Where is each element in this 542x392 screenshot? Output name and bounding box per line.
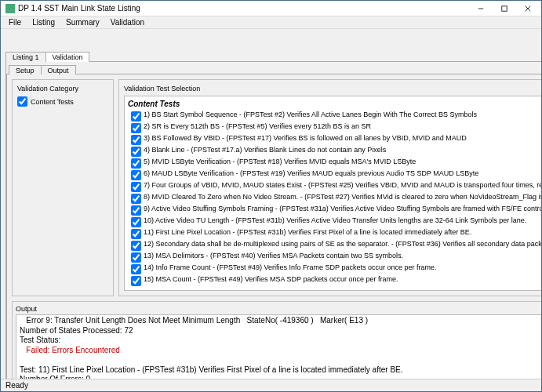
validation-test-selection-group: Validation Test Selection Content Tests …: [118, 79, 541, 296]
test-item-label: 1) BS Start Symbol Sequence - (FPSTest #…: [144, 111, 477, 118]
sub-tabs: Setup Output: [6, 62, 541, 74]
test-item-checkbox[interactable]: [131, 182, 141, 192]
test-item: 9) Active Video Stuffing Symbols Framing…: [128, 205, 541, 216]
menu-validation[interactable]: Validation: [106, 17, 149, 27]
test-item-checkbox[interactable]: [131, 217, 141, 227]
test-item: 14) Info Frame Count - (FPSTest #49) Ver…: [128, 263, 541, 275]
main-tabs: Listing 1 Validation: [5, 51, 541, 61]
status-bar: Ready: [1, 379, 541, 391]
output-line: [20, 355, 541, 365]
test-item-label: 11) First Line Pixel Location - (FPSTest…: [144, 228, 471, 236]
test-item: 15) MSA Count - (FPSTest #49) Verifies M…: [128, 275, 541, 287]
test-item-label: 9) Active Video Stuffing Symbols Framing…: [144, 205, 541, 212]
test-item-checkbox[interactable]: [131, 147, 141, 157]
menu-listing[interactable]: Listing: [27, 17, 60, 27]
output-line: Test: 11) First Line Pixel Location - (F…: [20, 365, 541, 376]
test-item: 3) BS Followed By VBID - (FPSTest #17) V…: [128, 134, 541, 146]
test-list-header: Content Tests: [128, 100, 541, 108]
test-item-label: 8) MVID Cleared To Zero when No Video St…: [144, 193, 541, 201]
test-item: 5) MVID LSByte Verification - (FPSTest #…: [128, 158, 541, 169]
test-item-checkbox[interactable]: [131, 158, 141, 169]
setup-panel: Validation Category Content Tests Valida…: [6, 74, 541, 379]
menu-summary[interactable]: Summary: [61, 17, 104, 27]
window-title: DP 1.4 SST Main Link State Listing: [18, 4, 469, 13]
test-item-checkbox[interactable]: [131, 170, 141, 180]
subtab-setup[interactable]: Setup: [9, 65, 42, 74]
test-item-checkbox[interactable]: [131, 229, 141, 239]
validation-category-title: Validation Category: [17, 85, 108, 93]
test-item-checkbox[interactable]: [131, 264, 141, 274]
test-item-label: 15) MSA Count - (FPSTest #49) Verifies M…: [144, 275, 398, 283]
test-item: 2) SR is Every 512th BS - (FPSTest #5) V…: [128, 122, 541, 134]
output-line: Error 9: Transfer Unit Length Does Not M…: [20, 316, 541, 326]
content-tests-label: Content Tests: [31, 98, 74, 106]
test-item: 4) Blank Line - (FPSTest #17.a) Verifies…: [128, 146, 541, 158]
test-item: 1) BS Start Symbol Sequence - (FPSTest #…: [128, 111, 541, 122]
test-item: 6) MAUD LSByte Verification - (FPSTest #…: [128, 169, 541, 181]
status-text: Ready: [5, 381, 28, 390]
validation-category-group: Validation Category Content Tests: [12, 79, 114, 296]
subtab-output[interactable]: Output: [41, 65, 76, 74]
test-item-checkbox[interactable]: [131, 123, 141, 133]
test-item-label: 6) MAUD LSByte Verification - (FPSTest #…: [144, 169, 478, 177]
test-item-checkbox[interactable]: [131, 135, 141, 145]
maximize-button[interactable]: [493, 2, 516, 16]
test-item: 8) MVID Cleared To Zero when No Video St…: [128, 193, 541, 205]
content-tests-checkbox[interactable]: [17, 96, 27, 107]
test-item-label: 4) Blank Line - (FPSTest #17.a) Verifies…: [144, 146, 386, 154]
test-item-checkbox[interactable]: [131, 111, 141, 122]
test-item-checkbox[interactable]: [131, 241, 141, 251]
menu-file[interactable]: File: [4, 17, 26, 27]
test-item-label: 13) MSA Delimitors - (FPSTest #40) Verif…: [144, 252, 403, 260]
test-item-label: 2) SR is Every 512th BS - (FPSTest #5) V…: [144, 122, 371, 130]
output-title: Output: [16, 305, 541, 313]
test-item-label: 3) BS Followed By VBID - (FPSTest #17) V…: [144, 134, 467, 142]
tab-listing1[interactable]: Listing 1: [5, 52, 46, 62]
svg-rect-2: [502, 5, 507, 10]
test-item-label: 10) Active Video TU Length - (FPSTest #3…: [144, 216, 526, 224]
svg-rect-0: [5, 4, 15, 13]
close-window-button[interactable]: [516, 2, 540, 16]
menu-bar: File Listing Summary Validation: [1, 16, 541, 29]
test-item: 12) Secondary data shall be de-multiplex…: [128, 240, 541, 252]
test-item-label: 5) MVID LSByte Verification - (FPSTest #…: [144, 158, 416, 165]
test-list[interactable]: Content Tests 1) BS Start Symbol Sequenc…: [124, 96, 541, 291]
test-item: 11) First Line Pixel Location - (FPSTest…: [128, 228, 541, 240]
output-line: Test Status:: [20, 336, 541, 346]
validation-test-selection-title: Validation Test Selection: [124, 85, 541, 93]
client-area: Close Listing 1 Validation Setup Output …: [1, 29, 541, 379]
test-item-label: 7) Four Groups of VBID, MVID, MAUD state…: [144, 181, 541, 189]
output-textarea[interactable]: Error 9: Transfer Unit Length Does Not M…: [16, 314, 541, 379]
app-icon: [5, 4, 15, 13]
test-item-checkbox[interactable]: [131, 252, 141, 263]
main-panel: Close Listing 1 Validation Setup Output …: [5, 34, 541, 374]
test-item-checkbox[interactable]: [131, 194, 141, 204]
tab-validation[interactable]: Validation: [45, 52, 90, 62]
test-item: 7) Four Groups of VBID, MVID, MAUD state…: [128, 181, 541, 193]
output-line: Failed: Errors Encountered: [20, 346, 541, 356]
title-bar: DP 1.4 SST Main Link State Listing: [1, 1, 541, 16]
test-item: 13) MSA Delimitors - (FPSTest #40) Verif…: [128, 252, 541, 263]
minimize-button[interactable]: [469, 2, 493, 16]
test-item-label: 14) Info Frame Count - (FPSTest #49) Ver…: [144, 263, 437, 271]
test-item: 10) Active Video TU Length - (FPSTest #3…: [128, 216, 541, 228]
output-line: Number of States Processed: 72: [20, 326, 541, 336]
output-group: Output Error 9: Transfer Unit Length Doe…: [12, 301, 541, 379]
test-item-label: 12) Secondary data shall be de-multiplex…: [144, 240, 541, 248]
test-item-checkbox[interactable]: [131, 205, 141, 216]
test-item-checkbox[interactable]: [131, 276, 141, 286]
